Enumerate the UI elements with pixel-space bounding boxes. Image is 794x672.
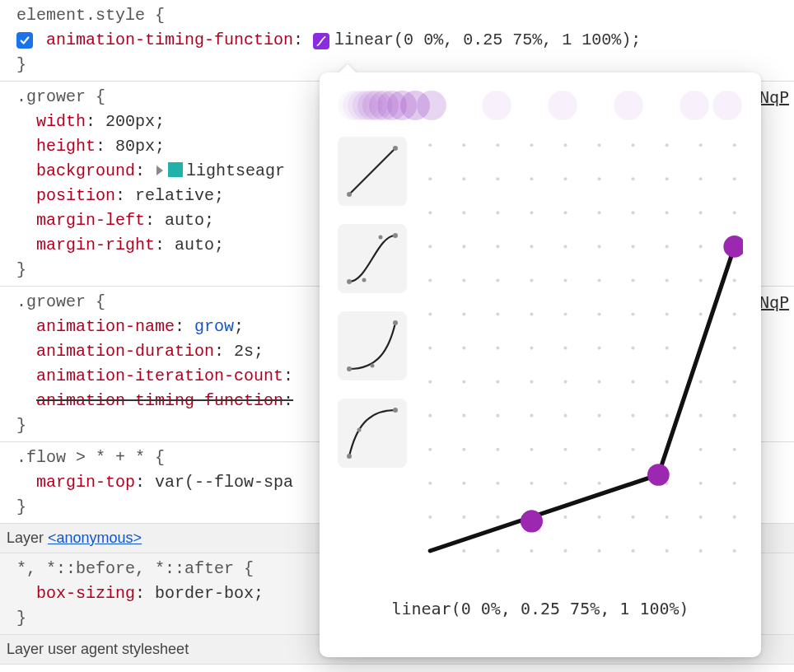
svg-point-2 <box>393 146 398 151</box>
declaration-animation-timing[interactable]: animation-timing-function: linear(0 0%, … <box>16 28 787 53</box>
property-value[interactable]: linear(0 0%, 0.25 75%, 1 100%) <box>334 30 631 49</box>
preview-ball <box>712 91 742 120</box>
source-link[interactable]: NqP <box>759 85 789 110</box>
selector: .flow > * + * <box>16 448 145 467</box>
selector: *, *::before, *::after <box>16 559 234 578</box>
svg-point-1 <box>347 192 352 197</box>
rule-element-style: element.style { animation-timing-functio… <box>0 0 794 82</box>
easing-editor-popover: linear(0 0%, 0.25 75%, 1 100%) <box>320 72 761 657</box>
cp-b[interactable] <box>647 464 670 486</box>
source-link[interactable]: NqP <box>759 290 789 315</box>
layer-label-text: Layer <box>7 530 48 546</box>
svg-point-10 <box>347 454 352 459</box>
svg-line-0 <box>349 148 395 194</box>
easing-swatch-icon[interactable] <box>313 33 329 49</box>
svg-point-12 <box>357 428 362 432</box>
close-brace: } <box>16 55 26 74</box>
selector: .grower <box>16 87 86 106</box>
preset-linear[interactable] <box>338 137 407 206</box>
preview-ball <box>614 91 643 120</box>
styles-pane: element.style { animation-timing-functio… <box>0 0 794 672</box>
open-brace: { <box>155 6 165 25</box>
svg-point-7 <box>347 366 352 371</box>
preview-ball <box>548 91 577 120</box>
svg-point-4 <box>393 233 398 238</box>
preset-list <box>338 137 407 585</box>
toggle-checkbox[interactable] <box>16 32 33 49</box>
preset-ease-in-out[interactable] <box>338 224 407 293</box>
animation-preview-strip <box>338 89 743 124</box>
expand-icon[interactable] <box>156 166 163 175</box>
svg-point-9 <box>371 364 375 368</box>
cp-c[interactable] <box>723 236 743 258</box>
cp-a[interactable] <box>521 511 543 533</box>
property-name: animation-timing-function <box>46 30 293 49</box>
color-swatch-icon[interactable] <box>168 162 183 177</box>
svg-point-3 <box>347 279 352 284</box>
svg-point-6 <box>379 236 383 240</box>
svg-point-5 <box>362 278 367 282</box>
selector: .grower <box>16 292 86 311</box>
layer-label-text: Layer user agent stylesheet <box>7 641 189 657</box>
easing-readout: linear(0 0%, 0.25 75%, 1 100%) <box>338 596 743 621</box>
svg-point-8 <box>393 320 398 325</box>
svg-point-11 <box>393 408 398 413</box>
preset-ease-out[interactable] <box>338 399 407 468</box>
preset-ease-in[interactable] <box>338 311 407 380</box>
layer-link[interactable]: <anonymous> <box>48 530 142 546</box>
preview-ball <box>482 91 511 120</box>
preview-ball <box>680 91 709 120</box>
selector: element.style <box>16 6 145 25</box>
preview-ball <box>417 91 446 120</box>
curve-editor[interactable] <box>422 137 743 585</box>
